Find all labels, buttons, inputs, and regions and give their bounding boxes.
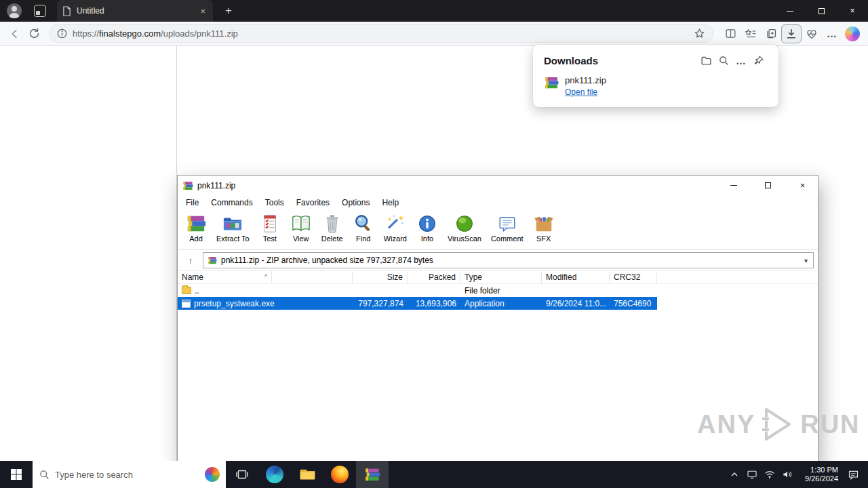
menu-file[interactable]: File (180, 198, 205, 207)
winrar-maximize-button[interactable] (753, 176, 783, 195)
taskbar: Type here to search (0, 461, 868, 488)
download-item[interactable]: pnk111.zip Open file (544, 75, 768, 98)
browser-essentials-button[interactable] (802, 24, 822, 43)
archive-path-combobox[interactable]: pnk111.zip - ZIP archive, unpacked size … (203, 252, 814, 268)
menu-help[interactable]: Help (376, 198, 405, 207)
action-center-button[interactable] (841, 461, 865, 488)
winrar-icon (208, 256, 217, 265)
favorites-icon (745, 28, 757, 40)
column-size[interactable]: Size (353, 271, 408, 283)
refresh-icon (28, 28, 40, 39)
search-highlights-icon[interactable] (205, 467, 220, 482)
ellipsis-icon: … (827, 28, 837, 39)
site-info-icon[interactable] (57, 28, 67, 39)
system-tray: 1:30 PM 9/26/2024 (726, 461, 868, 488)
tab-title: Untitled (77, 6, 198, 16)
settings-more-button[interactable]: … (822, 24, 842, 43)
tray-network-button[interactable] (761, 461, 778, 488)
new-tab-button[interactable]: + (221, 4, 236, 18)
pin-icon (753, 55, 764, 66)
profile-avatar[interactable] (7, 3, 22, 18)
column-packed[interactable]: Packed (408, 271, 460, 283)
taskbar-clock[interactable]: 1:30 PM 9/26/2024 (796, 466, 841, 483)
edge-icon (266, 466, 283, 483)
address-bar[interactable]: https://finalstepgo.com/uploads/pnk111.z… (49, 24, 713, 43)
taskbar-firefox-button[interactable] (323, 461, 356, 488)
downloads-title: Downloads (544, 55, 697, 66)
column-type[interactable]: Type (460, 271, 542, 283)
url-text: https://finalstepgo.com/uploads/pnk111.z… (73, 28, 238, 39)
bookmark-star-icon[interactable] (694, 28, 705, 39)
info-button[interactable]: Info (412, 211, 443, 243)
task-view-button[interactable] (226, 461, 258, 488)
tab-close-icon[interactable]: × (198, 6, 208, 16)
find-button[interactable]: Find (348, 211, 379, 243)
view-button[interactable]: View (285, 211, 317, 243)
collections-button[interactable] (761, 24, 781, 43)
watermark-text-right: RUN (800, 410, 860, 439)
window-minimize-button[interactable] (774, 0, 806, 22)
watermark-text-left: ANY (697, 410, 755, 439)
open-file-link[interactable]: Open file (565, 87, 597, 97)
file-crc32: 756C4690 (610, 297, 657, 310)
extract-folder-icon (222, 212, 243, 235)
extract-to-button[interactable]: Extract To (212, 211, 254, 243)
favorites-button[interactable] (741, 24, 761, 43)
folder-icon (701, 55, 712, 66)
search-icon (39, 469, 50, 480)
taskbar-file-explorer-button[interactable] (291, 461, 323, 488)
downloads-button[interactable] (781, 24, 802, 43)
window-maximize-button[interactable] (806, 0, 837, 22)
back-icon (9, 28, 21, 40)
column-crc32[interactable]: CRC32 (610, 271, 657, 283)
sfx-button[interactable]: SFX (528, 211, 559, 243)
start-button[interactable] (0, 461, 33, 488)
winrar-minimize-button[interactable] (718, 176, 749, 195)
table-row-exe-selected[interactable]: prsetup_systweak.exe 797,327,874 13,693,… (178, 297, 657, 310)
taskbar-edge-button[interactable] (258, 461, 291, 488)
wizard-button[interactable]: Wizard (379, 211, 412, 243)
split-screen-button[interactable] (720, 24, 741, 43)
browser-tab[interactable]: Untitled × (57, 0, 213, 22)
pin-downloads-button[interactable] (750, 52, 768, 68)
virusscan-button[interactable]: VirusScan (443, 211, 486, 243)
copilot-button[interactable] (842, 24, 863, 43)
browser-toolbar: https://finalstepgo.com/uploads/pnk111.z… (0, 22, 868, 46)
tray-volume-button[interactable] (778, 461, 796, 488)
test-button[interactable]: Test (254, 211, 285, 243)
comment-button[interactable]: Comment (486, 211, 528, 243)
column-headers: Name Size Packed Type Modified CRC32 ^ (178, 270, 818, 284)
up-one-level-button[interactable]: ↑ (182, 252, 199, 268)
menu-options[interactable]: Options (336, 198, 376, 207)
winrar-close-button[interactable]: × (787, 176, 818, 195)
workspaces-icon[interactable] (34, 5, 46, 17)
display-icon (747, 469, 757, 480)
back-button[interactable] (5, 24, 24, 43)
file-size: 797,327,874 (353, 297, 408, 310)
window-close-button[interactable]: × (837, 0, 868, 22)
menu-favorites[interactable]: Favorites (290, 198, 336, 207)
sfx-box-icon (534, 212, 554, 235)
tray-display-button[interactable] (743, 461, 761, 488)
search-downloads-button[interactable] (715, 52, 732, 68)
network-wifi-icon (764, 469, 775, 480)
winrar-icon (544, 75, 559, 90)
downloads-more-button[interactable]: … (732, 52, 750, 68)
file-type: File folder (460, 284, 542, 297)
firefox-icon (331, 466, 349, 483)
delete-button[interactable]: Delete (317, 211, 348, 243)
open-downloads-folder-button[interactable] (697, 52, 715, 68)
column-modified[interactable]: Modified (542, 271, 610, 283)
menu-tools[interactable]: Tools (259, 198, 290, 207)
refresh-button[interactable] (24, 24, 43, 43)
add-button[interactable]: Add (180, 211, 212, 243)
winrar-titlebar[interactable]: pnk111.zip × (178, 176, 818, 195)
hidden-icons-chevron[interactable] (726, 461, 743, 488)
menu-commands[interactable]: Commands (205, 198, 258, 207)
taskbar-search-input[interactable]: Type here to search (33, 461, 226, 488)
table-row-parent-folder[interactable]: .. File folder (178, 284, 818, 297)
taskbar-winrar-button[interactable] (356, 461, 389, 488)
file-name: .. (195, 286, 199, 296)
chevron-down-icon[interactable]: ▾ (803, 257, 809, 264)
winrar-menubar: File Commands Tools Favorites Options He… (178, 195, 818, 209)
